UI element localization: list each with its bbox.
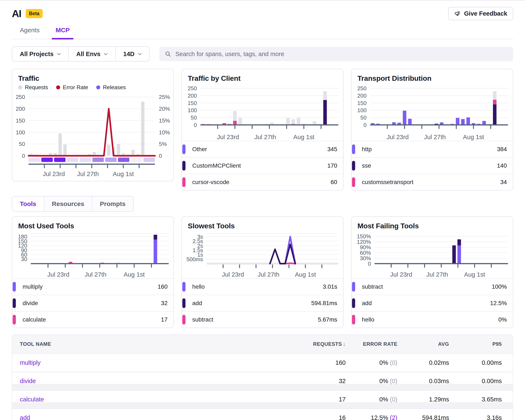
series-color-chip [352,315,355,324]
svg-text:Jul 23rd: Jul 23rd [217,133,239,140]
legend-row-hello: hello0% [352,311,513,328]
traffic-chart: 05010015020025005%10%15%20%25%Jul 23rdJu… [12,91,173,179]
legend-row-hello: hello3.01s [182,278,343,295]
legend-row-value: 384 [497,146,507,153]
legend-row-http: http384 [352,141,513,157]
svg-text:Jul 23rd: Jul 23rd [43,170,65,177]
legend-row-value: 34 [500,179,507,185]
column-header-error-rate[interactable]: ERROR RATE [346,341,397,347]
transport-distribution-legend-rows: http384sse140customssetransport34 [352,141,513,190]
legend-row-value: 140 [497,162,507,169]
p95-value: 0.00ms [449,359,502,366]
avg-value: 0.03ms [397,378,449,384]
tab-prompts[interactable]: Prompts [92,197,133,211]
series-color-chip [182,161,186,171]
traffic-by-client-legend-rows: Other345CustomMCPClient170cursor-vscode6… [182,141,343,190]
traffic-by-client-title: Traffic by Client [188,74,337,82]
tool-link-divide[interactable]: divide [20,378,36,384]
tab-mcp[interactable]: MCP [56,27,70,39]
svg-text:250: 250 [16,94,25,100]
tab-tools[interactable]: Tools [12,197,44,211]
tool-link-calculate[interactable]: calculate [20,396,44,403]
filter-segmented-control: All Projects All Envs 14D [12,46,150,62]
series-color-chip [13,298,16,308]
legend-row-value: 0% [498,316,507,323]
legend-row-value: 32 [161,300,168,307]
svg-text:0: 0 [363,122,366,128]
most-failing-tools-title: Most Failing Tools [357,222,507,230]
svg-text:Jul 27th: Jul 27th [77,170,99,177]
svg-text:Jul 27th: Jul 27th [254,133,276,140]
transport-distribution-title: Transport Distribution [357,74,507,82]
app-logo: AI [12,8,21,19]
legend-row-label: add [192,300,202,307]
give-feedback-button[interactable]: Give Feedback [448,7,513,20]
date-range-dropdown[interactable]: 14D [116,47,149,61]
svg-text:Jul 23rd: Jul 23rd [390,271,412,278]
svg-text:200: 200 [357,92,366,99]
legend-row-label: subtract [362,283,383,290]
series-color-chip [352,298,355,308]
legend-row-label: subtract [192,316,213,323]
svg-text:Jul 27th: Jul 27th [426,271,448,278]
error-count: (0) [390,396,397,403]
legend-row-value: 3.01s [323,283,338,290]
requests-value: 160 [295,359,346,366]
series-color-chip [13,315,16,324]
svg-text:15%: 15% [159,118,170,124]
legend-row-label: customssetransport [362,179,413,185]
tool-category-tabs: Tools Resources Prompts [12,196,134,212]
traffic-card-title: Traffic [18,74,168,82]
most-failing-tools-legend-rows: subtract100%add12.5%hello0% [352,278,513,328]
most-used-tools-title: Most Used Tools [18,222,168,230]
error-rate-value: 0%(0) [346,359,397,366]
column-header-avg[interactable]: AVG [397,341,449,347]
avg-value: 0.02ms [397,359,449,366]
svg-text:50: 50 [360,114,366,121]
error-count[interactable]: (2) [390,414,397,420]
svg-text:Aug 1st: Aug 1st [113,170,134,177]
legend-row-label: add [362,300,372,307]
row-shading-band [12,384,513,390]
tab-resources[interactable]: Resources [44,197,92,211]
svg-text:Jul 23rd: Jul 23rd [47,271,69,278]
svg-text:25%: 25% [159,94,170,100]
legend-row-add: add594.81ms [182,295,343,311]
search-input[interactable] [175,50,508,58]
legend-row-label: hello [192,283,205,290]
transport-distribution-card: Transport Distribution 050100150200250Ju… [351,69,513,191]
legend-row-label: CustomMCPClient [192,162,241,169]
column-header-p95[interactable]: P95 [449,341,502,347]
svg-text:Jul 27th: Jul 27th [84,271,106,278]
chevron-down-icon [104,53,108,55]
legend-row-subtract: subtract100% [352,278,513,295]
column-header-tool-name[interactable]: TOOL NAME [20,341,295,347]
tools-table-header: TOOL NAME REQUESTS↓ ERROR RATE AVG P95 [12,335,513,353]
page-header: AI Beta Give Feedback [12,1,513,20]
tab-agents[interactable]: Agents [20,27,39,39]
svg-text:180: 180 [18,233,27,240]
traffic-legend: RequestsError RateReleases [18,84,168,91]
search-bar[interactable] [159,47,513,61]
legend-item-error-rate: Error Rate [56,84,88,91]
table-row-add: add1612.5%(2)594.81ms3.16s [12,408,513,420]
avg-value: 1.29ms [397,396,449,403]
table-row-divide: divide320%(0)0.03ms0.00ms [12,372,513,390]
tool-link-multiply[interactable]: multiply [20,359,40,366]
svg-text:20%: 20% [159,106,170,112]
svg-text:30%: 30% [360,255,371,261]
table-row-calculate: calculate170%(0)1.29ms3.65ms [12,390,513,408]
chevron-down-icon [57,53,61,55]
column-header-requests[interactable]: REQUESTS↓ [295,341,346,347]
svg-text:100: 100 [16,129,25,136]
error-count: (0) [390,359,397,366]
legend-row-value: 60 [331,179,337,185]
tool-link-add[interactable]: add [20,414,30,420]
legend-row-subtract: subtract5.67ms [182,311,343,328]
legend-dot-icon [18,85,22,89]
envs-filter-dropdown[interactable]: All Envs [69,47,116,61]
most-failing-tools-chart: 030%60%90%120%150%Jul 23rdJul 27thAug 1s… [352,231,513,278]
projects-filter-dropdown[interactable]: All Projects [12,47,69,61]
legend-row-label: divide [23,300,38,307]
svg-text:3s: 3s [197,234,203,240]
